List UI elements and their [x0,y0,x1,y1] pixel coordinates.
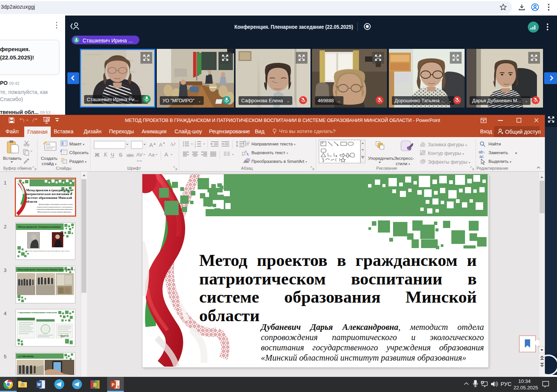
svg-text:Метод проектов в гражданском и: Метод проектов в гражданском и [26,189,72,192]
svg-text:«СУВЕМОЯ»: «СУВЕМОЯ» [18,355,34,358]
svg-text:воспитания государственного: воспитания государственного учреждения о… [37,208,73,210]
svg-text:W: W [37,383,41,387]
svg-text:сопровождения патриотического: сопровождения патриотического и экологич… [37,206,73,208]
svg-text:Областной проект Километры Пам: Областной проект Километры Памяти. Кросс… [17,269,75,271]
svg-text:А: А [170,141,174,147]
svg-text:патриотическом воспитании в: патриотическом воспитании в [26,192,72,196]
svg-text:Современные компьютерные техно: Современные компьютерные технологии [18,311,57,314]
svg-text:ТБУ: ТБУ [82,83,86,85]
svg-text:P: P [112,383,114,387]
svg-text:Джон Дьюи, американский филосо: Джон Дьюи, американский философ и педаго… [27,250,51,252]
svg-text:области: области [26,200,37,203]
svg-text:системе образования Минской: системе образования Минской [26,196,72,200]
svg-text:Александр Нилл, педагог-новато: Александр Нилл, педагог-новатор [51,250,70,252]
svg-text:Метод проектов. Основоположник: Метод проектов. Основоположники [18,225,61,228]
svg-text:«Минский областной институт ра: «Минский областной институт развития обр… [37,211,72,213]
svg-text:ГБУ ДПО МИРО: ГБУ ДПО МИРО [84,53,101,56]
svg-text:О: О [83,68,84,70]
svg-text:3: 3 [195,145,196,147]
